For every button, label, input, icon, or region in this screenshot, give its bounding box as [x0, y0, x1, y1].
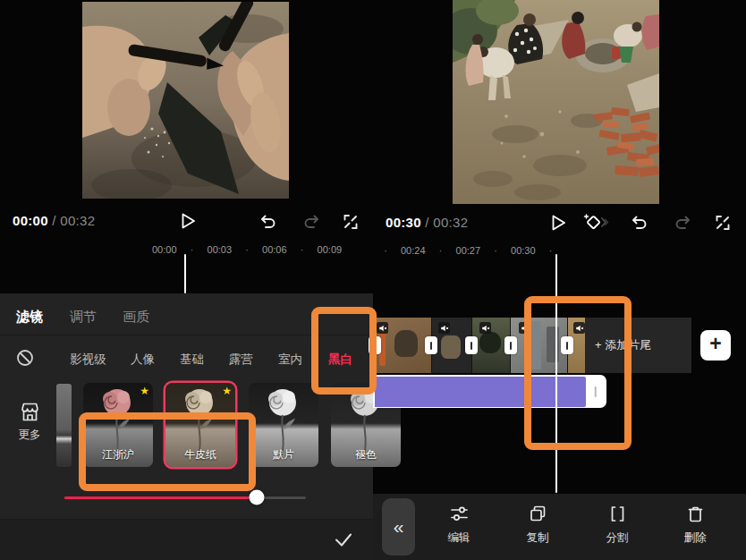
no-filter-icon — [16, 349, 34, 367]
slider-knob[interactable] — [250, 490, 265, 505]
category-camping[interactable]: 露营 — [229, 352, 253, 368]
fullscreen-button[interactable] — [713, 213, 733, 233]
clip-trim-handle-right[interactable] — [586, 377, 606, 407]
add-ending-label: + 添加片尾 — [595, 337, 651, 353]
category-label: 室内 — [278, 352, 302, 366]
no-filter-button[interactable] — [16, 349, 34, 370]
collapse-icon: « — [394, 516, 404, 538]
filter-name: 江浙沪 — [83, 447, 153, 462]
transition-button[interactable] — [465, 336, 478, 354]
fullscreen-icon — [713, 213, 733, 233]
timeline-ruler-left: 00:00· 00:03· 00:06· 00:09 — [152, 243, 342, 256]
playhead-left[interactable] — [184, 254, 186, 293]
tick-label: 00:09 — [318, 244, 343, 255]
clip-toolbar: « 编辑 复制 — [373, 494, 746, 560]
add-clip-button[interactable]: + — [700, 330, 731, 361]
clip-mute-icon[interactable] — [377, 322, 388, 334]
category-basic[interactable]: 基础 — [180, 352, 204, 368]
category-label: 人像 — [131, 352, 155, 366]
transition-button[interactable] — [504, 336, 517, 354]
keyframe-icon — [582, 212, 609, 233]
toolbar-edit-button[interactable]: 编辑 — [430, 504, 487, 546]
video-preview-left — [82, 2, 289, 199]
current-time: 00:30 — [386, 215, 421, 230]
edit-sliders-icon — [449, 504, 470, 524]
tab-filter-label: 滤镜 — [16, 309, 43, 324]
add-keyframe-button[interactable] — [582, 212, 609, 237]
total-time: 00:32 — [433, 215, 468, 230]
transition-button[interactable] — [369, 336, 381, 354]
clip-mute-icon[interactable] — [519, 322, 530, 334]
star-icon: ★ — [222, 385, 232, 397]
confirm-button[interactable] — [333, 530, 354, 553]
toolbar-split-button[interactable]: 分割 — [589, 504, 646, 546]
category-blackwhite[interactable]: 黑白 — [328, 352, 352, 368]
audio-clip-body[interactable] — [375, 377, 586, 407]
timeline-ruler-right: · 00:24· 00:27· 00:30· — [384, 244, 553, 257]
filter-thumb-jiangzhehu[interactable]: ★ 江浙沪 — [83, 383, 153, 467]
tick-label: 00:03 — [208, 244, 233, 255]
clip-mute-icon[interactable] — [479, 322, 491, 334]
transition-button[interactable] — [561, 336, 573, 354]
category-label: 黑白 — [328, 352, 352, 366]
clip-mute-icon[interactable] — [573, 322, 585, 334]
audio-track-selected[interactable] — [373, 375, 606, 408]
preview-frame-hands-pen — [82, 2, 289, 199]
playhead-right[interactable] — [555, 254, 557, 493]
filter-panel: 滤镜 调节 画质 影视级 人像 基础 露营 室内 黑白 — [0, 293, 373, 560]
undo-button[interactable] — [258, 212, 277, 232]
tick-label: 00:27 — [456, 245, 481, 256]
filter-name: 默片 — [249, 447, 318, 462]
scrolled-thumbnail-edge[interactable] — [56, 384, 72, 467]
toolbar-label: 编辑 — [448, 530, 470, 546]
preview-frame-worksite — [453, 0, 659, 204]
video-track[interactable]: + 添加片尾 — [373, 318, 691, 373]
filter-name: 牛皮纸 — [165, 447, 235, 462]
tab-quality[interactable]: 画质 — [123, 309, 149, 326]
more-filters-button[interactable]: 更多 — [14, 400, 45, 443]
clip-mute-icon[interactable] — [438, 322, 450, 334]
fullscreen-icon — [341, 212, 360, 232]
undo-button[interactable] — [629, 213, 649, 233]
tab-adjust[interactable]: 调节 — [70, 309, 97, 326]
tick-label: 00:30 — [511, 245, 536, 256]
play-icon — [178, 211, 198, 231]
trash-icon — [685, 504, 706, 524]
play-button[interactable] — [548, 213, 568, 233]
redo-icon — [674, 213, 693, 233]
play-icon — [548, 213, 568, 233]
total-time: 00:32 — [60, 213, 95, 228]
toolbar-label: 复制 — [527, 530, 549, 546]
fullscreen-button[interactable] — [341, 212, 360, 232]
filter-intensity-slider[interactable] — [64, 496, 306, 499]
category-indoor[interactable]: 室内 — [278, 352, 302, 368]
collapse-toolbar-button[interactable]: « — [382, 498, 415, 556]
panel-footer — [0, 520, 373, 560]
toolbar-label: 删除 — [684, 530, 707, 546]
split-icon — [607, 504, 628, 524]
copy-icon — [528, 504, 548, 524]
tick-label: 00:24 — [401, 245, 426, 256]
add-ending-button[interactable]: + 添加片尾 — [595, 318, 651, 373]
undo-icon — [629, 213, 649, 233]
toolbar-delete-button[interactable]: 删除 — [666, 504, 724, 546]
transition-button[interactable] — [425, 336, 437, 354]
tick-label: 00:00 — [152, 244, 177, 255]
category-label: 影视级 — [70, 352, 106, 366]
current-time: 00:00 — [13, 213, 48, 228]
category-label: 基础 — [180, 352, 204, 366]
toolbar-copy-button[interactable]: 复制 — [509, 504, 566, 546]
play-button[interactable] — [178, 211, 198, 231]
category-cinematic[interactable]: 影视级 — [70, 352, 106, 368]
toolbar-label: 分割 — [606, 530, 629, 546]
undo-icon — [258, 212, 277, 232]
filter-thumb-mopian[interactable]: 默片 — [249, 383, 318, 467]
category-portrait[interactable]: 人像 — [131, 352, 155, 368]
redo-button[interactable] — [302, 212, 322, 232]
redo-button[interactable] — [674, 213, 693, 233]
tab-adjust-label: 调节 — [70, 309, 97, 324]
capcut-dual-screenshot: 00:00 / 00:32 00:00· 00:03· 00:06· 00: — [0, 0, 746, 560]
video-preview-right — [453, 0, 659, 204]
tab-filter[interactable]: 滤镜 — [16, 309, 43, 326]
filter-thumb-niupizhi-selected[interactable]: ★ 牛皮纸 — [165, 383, 235, 467]
